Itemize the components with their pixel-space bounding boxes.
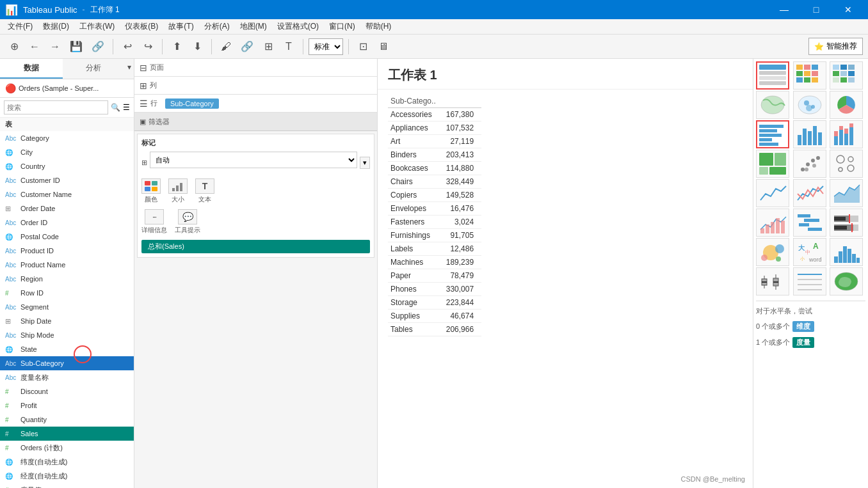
- show-me-histogram[interactable]: [830, 238, 863, 266]
- toolbar-sort-desc[interactable]: ⬇: [188, 38, 206, 56]
- marks-color[interactable]: 颜色: [141, 178, 161, 204]
- field-orderdate[interactable]: ⊞ Order Date: [0, 201, 134, 216]
- show-me-symbol-map[interactable]: [793, 91, 826, 119]
- show-me-wordcloud[interactable]: 大 中 A 小 word: [793, 238, 826, 266]
- show-me-horizontal-bar[interactable]: [756, 120, 789, 148]
- menu-analysis[interactable]: 分析(A): [199, 20, 235, 33]
- marks-size[interactable]: 大小: [168, 178, 188, 204]
- filter-icon[interactable]: ☰: [123, 103, 130, 112]
- show-me-bullet[interactable]: [830, 209, 863, 237]
- toolbar-redo[interactable]: ↪: [139, 38, 157, 56]
- field-state[interactable]: 🌐 State: [0, 342, 134, 356]
- show-me-bar[interactable]: [793, 120, 826, 148]
- search-input[interactable]: [4, 100, 108, 114]
- menu-format[interactable]: 设置格式(O): [272, 20, 324, 33]
- menu-story[interactable]: 故事(T): [163, 20, 198, 33]
- field-latitude[interactable]: 🌐 纬度(自动生成): [0, 455, 134, 469]
- show-me-stacked-bar[interactable]: [830, 120, 863, 148]
- field-category[interactable]: Abc Category: [0, 131, 134, 145]
- field-subcategory[interactable]: Abc Sub-Category: [0, 356, 134, 370]
- table-row[interactable]: Appliances107,532: [388, 122, 481, 135]
- toolbar-sort-asc[interactable]: ⬆: [168, 38, 186, 56]
- show-me-heatmap[interactable]: [793, 61, 826, 90]
- toolbar-back[interactable]: ←: [26, 38, 44, 56]
- table-row[interactable]: Accessories167,380: [388, 108, 481, 122]
- marks-detail[interactable]: ··· 详细信息: [141, 209, 167, 235]
- field-measurevalue[interactable]: # 度量值: [0, 483, 134, 488]
- show-me-circle[interactable]: [830, 150, 863, 178]
- marks-sum-pill[interactable]: 总和(Sales): [141, 240, 370, 253]
- field-country[interactable]: 🌐 Country: [0, 159, 134, 173]
- show-me-pie[interactable]: [830, 91, 863, 119]
- field-shipdate[interactable]: ⊞ Ship Date: [0, 314, 134, 328]
- marks-type-select[interactable]: 自动: [150, 152, 357, 168]
- show-me-line[interactable]: [756, 179, 789, 207]
- field-region[interactable]: Abc Region: [0, 272, 134, 286]
- field-quantity[interactable]: # Quantity: [0, 413, 134, 427]
- field-discount[interactable]: # Discount: [0, 384, 134, 398]
- show-me-text-table[interactable]: [756, 61, 789, 90]
- table-row[interactable]: Fasteners3,024: [388, 216, 481, 229]
- marks-text[interactable]: T 文本: [195, 178, 214, 204]
- show-me-dual-line[interactable]: [793, 179, 826, 207]
- menu-file[interactable]: 文件(F): [3, 20, 38, 33]
- field-profit[interactable]: # Profit: [0, 398, 134, 413]
- field-postalcode[interactable]: 🌐 Postal Code: [0, 230, 134, 244]
- show-me-highlight-table[interactable]: [830, 61, 863, 90]
- table-row[interactable]: Bookcases114,880: [388, 162, 481, 175]
- toolbar-new[interactable]: ⊕: [5, 38, 23, 56]
- table-row[interactable]: Supplies46,674: [388, 310, 481, 323]
- table-row[interactable]: Paper78,479: [388, 269, 481, 283]
- field-measurename[interactable]: Abc 度量名称: [0, 370, 134, 384]
- toolbar-forward[interactable]: →: [46, 38, 64, 56]
- panel-tab-arrow[interactable]: ▾: [125, 59, 134, 79]
- table-row[interactable]: Machines189,239: [388, 256, 481, 269]
- marks-type-dropdown[interactable]: ▾: [360, 157, 370, 169]
- table-row[interactable]: Envelopes16,476: [388, 202, 481, 216]
- table-row[interactable]: Tables206,966: [388, 323, 481, 336]
- field-orders-count[interactable]: # Orders (计数): [0, 441, 134, 455]
- table-row[interactable]: Furnishings91,705: [388, 229, 481, 242]
- field-rowid[interactable]: # Row ID: [0, 286, 134, 300]
- toolbar-link[interactable]: 🔗: [237, 38, 257, 56]
- table-row[interactable]: Chairs328,449: [388, 175, 481, 189]
- show-me-dual-axis[interactable]: [756, 209, 789, 237]
- menu-help[interactable]: 帮助(H): [360, 20, 397, 33]
- field-sales[interactable]: # Sales: [0, 427, 134, 441]
- field-customername[interactable]: Abc Customer Name: [0, 187, 134, 201]
- toolbar-label[interactable]: T: [280, 38, 298, 56]
- table-row[interactable]: Phones330,007: [388, 283, 481, 296]
- field-productid[interactable]: Abc Product ID: [0, 244, 134, 258]
- menu-map[interactable]: 地图(M): [235, 20, 272, 33]
- menu-window[interactable]: 窗口(N): [324, 20, 360, 33]
- show-me-bubble[interactable]: [756, 238, 789, 266]
- view-selector[interactable]: 标准: [309, 38, 343, 55]
- menu-dashboard[interactable]: 仪表板(B): [120, 20, 163, 33]
- show-me-area[interactable]: [830, 179, 863, 207]
- show-me-list[interactable]: [793, 267, 826, 295]
- table-row[interactable]: Labels12,486: [388, 242, 481, 256]
- show-me-filled-map[interactable]: [830, 267, 863, 295]
- show-me-gantt[interactable]: [793, 209, 826, 237]
- maximize-button[interactable]: □: [801, 0, 831, 19]
- show-me-map[interactable]: [756, 91, 789, 119]
- table-row[interactable]: Binders203,413: [388, 148, 481, 162]
- field-city[interactable]: 🌐 City: [0, 145, 134, 159]
- table-row[interactable]: Art27,119: [388, 135, 481, 148]
- field-orderid[interactable]: Abc Order ID: [0, 216, 134, 230]
- smart-recommend-button[interactable]: ⭐ 智能推荐: [808, 38, 863, 55]
- menu-data[interactable]: 数据(D): [38, 20, 74, 33]
- marks-tooltip[interactable]: 💬 工具提示: [175, 209, 200, 235]
- toolbar-save[interactable]: 💾: [67, 38, 86, 56]
- field-shipmode[interactable]: Abc Ship Mode: [0, 328, 134, 342]
- table-row[interactable]: Copiers149,528: [388, 189, 481, 202]
- toolbar-fix[interactable]: ⊡: [354, 38, 372, 56]
- show-me-scatter[interactable]: [793, 150, 826, 178]
- field-segment[interactable]: Abc Segment: [0, 300, 134, 314]
- close-button[interactable]: ✕: [833, 0, 863, 19]
- field-productname[interactable]: Abc Product Name: [0, 258, 134, 272]
- toolbar-undo[interactable]: ↩: [118, 38, 136, 56]
- field-customerid[interactable]: Abc Customer ID: [0, 173, 134, 187]
- toolbar-filter[interactable]: ⊞: [259, 38, 277, 56]
- toolbar-device[interactable]: 🖥: [374, 38, 392, 56]
